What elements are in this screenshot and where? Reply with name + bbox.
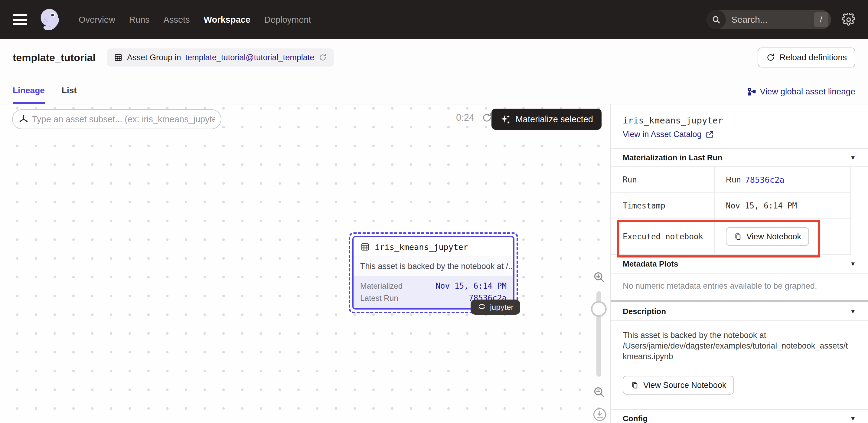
sparkle-icon — [500, 114, 511, 125]
asset-group-chip: Asset Group in template_tutorial@tutoria… — [107, 49, 334, 66]
tab-list[interactable]: List — [62, 86, 77, 104]
asset-graph-canvas[interactable]: 0:24 Materialize selected — [0, 104, 610, 423]
page-header: template_tutorial Asset Group in templat… — [0, 39, 868, 75]
chevron-down-icon[interactable]: ▼ — [850, 308, 856, 315]
tab-lineage[interactable]: Lineage — [13, 86, 45, 104]
view-notebook-button[interactable]: View Notebook — [726, 227, 809, 246]
zoom-slider-handle[interactable] — [591, 301, 607, 317]
timestamp-key: Timestamp — [611, 193, 715, 218]
asset-subset-text-field[interactable] — [32, 114, 215, 124]
table-row-timestamp: Timestamp Nov 15, 6:14 PM — [611, 193, 850, 219]
nav-item-deployment[interactable]: Deployment — [264, 15, 311, 25]
jupyter-tag[interactable]: jupyter — [471, 300, 520, 315]
settings-gear-icon[interactable] — [842, 13, 855, 26]
search-icon — [707, 10, 726, 29]
run-id-link[interactable]: 78536c2a — [745, 175, 784, 185]
page-title: template_tutorial — [13, 52, 96, 64]
run-key: Run — [611, 167, 715, 192]
asset-subset-icon — [19, 114, 28, 124]
tabs-row: Lineage List View global asset lineage — [0, 75, 868, 104]
primary-nav: Overview Runs Assets Workspace Deploymen… — [79, 15, 311, 25]
timestamp-value: Nov 15, 6:14 PM — [726, 201, 797, 210]
reload-icon — [766, 53, 775, 62]
search-placeholder: Search... — [731, 14, 814, 25]
description-text: This asset is backed by the notebook at … — [611, 321, 868, 362]
view-global-asset-lineage-link[interactable]: View global asset lineage — [747, 87, 855, 104]
view-source-notebook-button[interactable]: View Source Notebook — [623, 376, 734, 395]
zoom-in-icon[interactable] — [592, 270, 606, 284]
section-description[interactable]: Description ▼ — [611, 302, 868, 321]
asset-group-prefix: Asset Group in — [127, 53, 181, 62]
notebook-copy-icon — [734, 232, 742, 241]
external-link-icon — [705, 130, 714, 139]
refresh-icon[interactable] — [482, 112, 492, 123]
menu-icon[interactable] — [13, 14, 27, 25]
chevron-down-icon[interactable]: ▼ — [850, 154, 856, 161]
materialize-selected-button[interactable]: Materialize selected — [492, 109, 601, 130]
table-row-run: Run Run 78536c2a — [611, 167, 850, 193]
section-config[interactable]: Config ▼ — [611, 409, 868, 423]
zoom-out-icon[interactable] — [592, 385, 606, 399]
refresh-icon[interactable] — [318, 53, 327, 62]
section-materialization-last-run[interactable]: Materialization in Last Run ▼ — [611, 148, 868, 167]
asset-node-card[interactable]: iris_kmeans_jupyter This asset is backed… — [352, 236, 515, 309]
section-metadata-plots[interactable]: Metadata Plots ▼ — [611, 255, 868, 274]
graph-refresh-group: 0:24 — [456, 112, 492, 123]
chevron-down-icon[interactable]: ▼ — [850, 415, 856, 422]
nav-item-overview[interactable]: Overview — [79, 15, 115, 25]
reload-definitions-button[interactable]: Reload definitions — [757, 48, 855, 67]
jupyter-icon — [477, 303, 486, 312]
panel-asset-name: iris_kmeans_jupyter — [623, 115, 856, 126]
asset-node-description: This asset is backed by the notebook at … — [353, 256, 513, 276]
top-nav: Overview Runs Assets Workspace Deploymen… — [0, 0, 868, 39]
table-row-executed-notebook: Executed notebook View Notebook — [611, 219, 850, 255]
nav-item-workspace[interactable]: Workspace — [204, 15, 250, 25]
download-view-icon[interactable] — [592, 407, 607, 422]
chevron-down-icon[interactable]: ▼ — [850, 261, 856, 268]
asset-group-link[interactable]: template_tutorial@tutorial_template — [185, 53, 314, 62]
asset-node-name: iris_kmeans_jupyter — [375, 242, 468, 252]
asset-subset-input[interactable] — [12, 109, 221, 129]
metadata-plots-empty-text: No numeric metadata entries available to… — [611, 274, 868, 300]
asset-details-panel: iris_kmeans_jupyter View in Asset Catalo… — [610, 104, 868, 423]
panel-splitter[interactable] — [611, 300, 868, 302]
refresh-timer: 0:24 — [456, 112, 474, 123]
executed-notebook-key: Executed notebook — [611, 219, 715, 254]
search-shortcut-key: / — [814, 12, 828, 27]
main-content: 0:24 Materialize selected — [0, 104, 868, 423]
nav-item-assets[interactable]: Assets — [164, 15, 190, 25]
materialized-label: Materialized — [360, 280, 403, 292]
notebook-copy-icon — [630, 381, 639, 389]
global-search-input[interactable]: Search... / — [707, 10, 831, 29]
run-value-prefix: Run — [726, 175, 741, 185]
table-icon — [360, 242, 370, 252]
materialized-value: Nov 15, 6:14 PM — [435, 280, 506, 292]
lineage-graph-icon — [747, 87, 756, 96]
nav-item-runs[interactable]: Runs — [129, 15, 150, 25]
grid-icon — [114, 53, 123, 62]
latest-run-label: Latest Run — [360, 292, 398, 304]
materialization-table: Run Run 78536c2a Timestamp Nov 15, 6:14 … — [611, 167, 851, 255]
view-in-asset-catalog-link[interactable]: View in Asset Catalog — [623, 130, 856, 148]
dagster-logo-icon[interactable] — [37, 7, 63, 32]
